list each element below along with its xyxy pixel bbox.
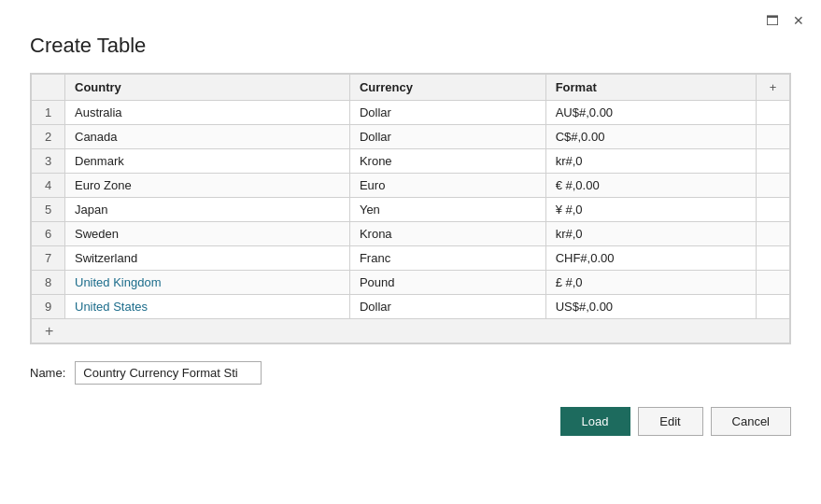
load-button[interactable]: Load xyxy=(560,407,630,436)
cell-row-num: 7 xyxy=(32,246,65,271)
content-area: Country Currency Format + 1AustraliaDoll… xyxy=(0,73,821,344)
cell-country[interactable]: United Kingdom xyxy=(65,271,350,295)
cell-row-num: 4 xyxy=(32,174,65,198)
dialog-title: Create Table xyxy=(0,34,821,73)
cell-plus xyxy=(757,101,790,125)
cell-country[interactable]: Japan xyxy=(65,198,350,222)
table-row[interactable]: 3DenmarkKronekr#,0 xyxy=(32,149,790,174)
cell-row-num: 6 xyxy=(32,222,65,246)
col-header-num xyxy=(32,75,65,101)
title-bar: 🗖 ✕ xyxy=(0,0,821,34)
cell-currency: Krona xyxy=(349,222,545,246)
edit-button[interactable]: Edit xyxy=(638,407,703,436)
cell-plus xyxy=(757,125,790,149)
col-header-add[interactable]: + xyxy=(757,75,790,101)
cell-currency: Pound xyxy=(349,271,545,295)
cell-format: £ #,0 xyxy=(545,271,756,295)
cell-currency: Franc xyxy=(349,246,545,271)
cell-row-num: 3 xyxy=(32,149,65,174)
cell-country[interactable]: Switzerland xyxy=(65,246,350,271)
table-row[interactable]: 5JapanYen¥ #,0 xyxy=(32,198,790,222)
cell-row-num: 8 xyxy=(32,271,65,295)
cell-plus xyxy=(757,246,790,271)
cell-currency: Dollar xyxy=(349,101,545,125)
create-table-dialog: 🗖 ✕ Create Table Country Currency Format… xyxy=(0,0,821,504)
cell-country[interactable]: Canada xyxy=(65,125,350,149)
add-row[interactable]: + xyxy=(32,319,790,343)
cell-format: kr#,0 xyxy=(545,222,756,246)
cell-country[interactable]: Sweden xyxy=(65,222,350,246)
name-row: Name: xyxy=(0,361,821,385)
table-row[interactable]: 4Euro ZoneEuro€ #,0.00 xyxy=(32,174,790,198)
cell-currency: Dollar xyxy=(349,125,545,149)
cell-plus xyxy=(757,222,790,246)
table-row[interactable]: 6SwedenKronakr#,0 xyxy=(32,222,790,246)
cell-format: AU$#,0.00 xyxy=(545,101,756,125)
cell-currency: Euro xyxy=(349,174,545,198)
cell-format: C$#,0.00 xyxy=(545,125,756,149)
cell-format: US$#,0.00 xyxy=(545,295,756,319)
add-row-plus[interactable]: + xyxy=(32,319,790,343)
cell-row-num: 9 xyxy=(32,295,65,319)
cell-country[interactable]: United States xyxy=(65,295,350,319)
name-label: Name: xyxy=(30,366,65,380)
col-header-country: Country xyxy=(65,75,350,101)
cell-currency: Dollar xyxy=(349,295,545,319)
table-header-row: Country Currency Format + xyxy=(32,75,790,101)
cell-format: kr#,0 xyxy=(545,149,756,174)
cell-format: ¥ #,0 xyxy=(545,198,756,222)
cell-row-num: 2 xyxy=(32,125,65,149)
table-row[interactable]: 9United StatesDollarUS$#,0.00 xyxy=(32,295,790,319)
table-row[interactable]: 7SwitzerlandFrancCHF#,0.00 xyxy=(32,246,790,271)
cell-format: CHF#,0.00 xyxy=(545,246,756,271)
table-row[interactable]: 8United KingdomPound£ #,0 xyxy=(32,271,790,295)
col-header-currency: Currency xyxy=(349,75,545,101)
cell-row-num: 5 xyxy=(32,198,65,222)
cell-format: € #,0.00 xyxy=(545,174,756,198)
cell-country[interactable]: Australia xyxy=(65,101,350,125)
col-header-format: Format xyxy=(545,75,756,101)
cell-country[interactable]: Euro Zone xyxy=(65,174,350,198)
button-row: Load Edit Cancel xyxy=(0,407,821,436)
table-wrapper: Country Currency Format + 1AustraliaDoll… xyxy=(30,73,791,344)
cell-currency: Yen xyxy=(349,198,545,222)
data-table: Country Currency Format + 1AustraliaDoll… xyxy=(31,74,790,343)
cell-plus xyxy=(757,198,790,222)
cell-country[interactable]: Denmark xyxy=(65,149,350,174)
cancel-button[interactable]: Cancel xyxy=(711,407,791,436)
table-row[interactable]: 1AustraliaDollarAU$#,0.00 xyxy=(32,101,790,125)
name-input[interactable] xyxy=(75,361,262,385)
minimize-button[interactable]: 🗖 xyxy=(759,10,786,31)
cell-plus xyxy=(757,271,790,295)
close-button[interactable]: ✕ xyxy=(786,10,812,31)
cell-plus xyxy=(757,149,790,174)
table-row[interactable]: 2CanadaDollarC$#,0.00 xyxy=(32,125,790,149)
cell-currency: Krone xyxy=(349,149,545,174)
cell-plus xyxy=(757,174,790,198)
cell-plus xyxy=(757,295,790,319)
cell-row-num: 1 xyxy=(32,101,65,125)
